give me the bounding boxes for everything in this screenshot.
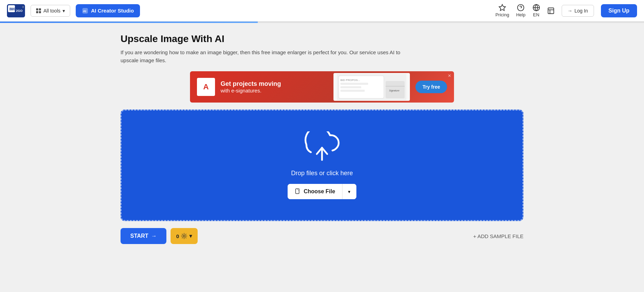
choose-file-button[interactable]: Choose File — [288, 184, 342, 199]
svg-rect-6 — [39, 8, 41, 10]
language-nav[interactable]: EN — [532, 4, 540, 17]
choose-file-wrapper[interactable]: Choose File ▾ — [288, 184, 356, 199]
svg-rect-8 — [39, 11, 41, 13]
ad-cta-button[interactable]: Try free — [415, 81, 447, 93]
choose-file-dropdown-button[interactable]: ▾ — [342, 184, 356, 199]
login-arrow-icon: → — [568, 8, 572, 14]
upload-icon — [303, 131, 341, 164]
svg-rect-21 — [340, 90, 365, 92]
ad-subline: with e-signatures. — [221, 88, 328, 94]
history-nav[interactable] — [547, 7, 555, 15]
svg-text:Signature: Signature — [389, 89, 399, 92]
svg-text:®: ® — [22, 6, 24, 8]
language-label: EN — [533, 12, 539, 17]
choose-file-label: Choose File — [304, 188, 335, 195]
ad-headline: Get projects moving — [221, 80, 328, 88]
svg-text:BID PROPOS...: BID PROPOS... — [340, 79, 360, 82]
settings-count: 0 — [176, 233, 179, 239]
svg-text:AI: AI — [83, 9, 86, 13]
ai-creator-button[interactable]: AI AI Creator Studio — [76, 4, 140, 17]
svg-rect-27 — [298, 189, 299, 190]
ad-mockup: BID PROPOS... Signature — [333, 73, 410, 101]
svg-point-28 — [183, 235, 185, 237]
all-tools-button[interactable]: All tools ▾ — [31, 5, 70, 17]
grid-icon — [36, 8, 41, 14]
login-button[interactable]: → Log In — [562, 5, 594, 17]
file-icon — [295, 188, 301, 195]
svg-rect-15 — [548, 8, 554, 14]
help-label: Help — [516, 12, 526, 17]
upload-area[interactable]: Drop files or click here Choose File ▾ — [121, 110, 523, 221]
svg-rect-19 — [340, 83, 368, 85]
svg-rect-7 — [36, 11, 38, 13]
main-content: Upscale Image With AI If you are wonderi… — [114, 23, 530, 258]
pricing-label: Pricing — [495, 12, 509, 17]
drop-text: Drop files or click here — [291, 170, 353, 177]
settings-icon — [181, 233, 187, 239]
help-nav[interactable]: Help — [516, 4, 526, 17]
svg-rect-5 — [36, 8, 38, 10]
adobe-icon: A — [197, 78, 215, 96]
page-description: If you are wondering how to make an imag… — [121, 49, 405, 64]
signup-label: Sign Up — [609, 8, 629, 14]
chevron-down-icon: ▾ — [63, 8, 65, 14]
all-tools-label: All tools — [43, 8, 60, 14]
help-icon — [517, 4, 525, 11]
bottom-bar: START → 0 ▾ + ADD SAMPLE FILE — [121, 228, 523, 251]
svg-text:2GO: 2GO — [16, 9, 23, 13]
settings-button[interactable]: 0 ▾ — [171, 228, 198, 244]
ad-text: Get projects moving with e-signatures. — [221, 80, 328, 94]
signup-button[interactable]: Sign Up — [601, 4, 637, 17]
svg-rect-20 — [340, 86, 361, 88]
globe-icon — [532, 4, 540, 11]
add-sample-button[interactable]: + ADD SAMPLE FILE — [473, 233, 523, 239]
start-label: START — [130, 233, 148, 239]
ad-banner: A Get projects moving with e-signatures.… — [190, 71, 454, 103]
header: IMG 2GO ® All tools ▾ AI AI Creator Stud… — [0, 0, 644, 22]
ai-creator-label: AI Creator Studio — [91, 8, 134, 14]
start-button[interactable]: START → — [121, 228, 166, 244]
login-label: Log In — [575, 8, 588, 14]
page-title: Upscale Image With AI — [121, 33, 523, 44]
svg-text:IMG: IMG — [9, 7, 17, 11]
ai-icon: AI — [82, 8, 88, 14]
logo[interactable]: IMG 2GO ® — [7, 4, 25, 17]
chevron-down-icon: ▾ — [348, 189, 350, 194]
pricing-icon — [498, 4, 506, 11]
chevron-down-icon: ▾ — [189, 233, 192, 239]
pricing-nav[interactable]: Pricing — [495, 4, 509, 17]
ad-close-icon[interactable]: ✕ — [448, 73, 451, 78]
history-icon — [547, 7, 555, 15]
arrow-right-icon: → — [151, 233, 157, 239]
